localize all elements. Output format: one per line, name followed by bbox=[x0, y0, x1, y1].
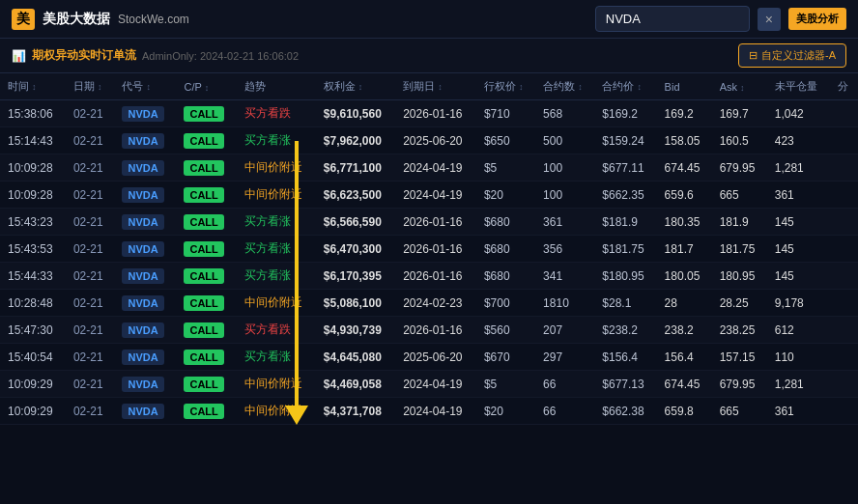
cell-contract-price: $662.35 bbox=[594, 182, 656, 209]
cell-ticker: NVDA bbox=[114, 344, 176, 371]
cell-oi: 145 bbox=[767, 209, 830, 236]
cell-cp: CALL bbox=[176, 398, 236, 425]
cell-strike: $680 bbox=[476, 263, 535, 290]
cell-date: 02-21 bbox=[66, 100, 115, 127]
cell-score bbox=[830, 263, 858, 290]
cell-trend: 中间价附近 bbox=[237, 371, 316, 398]
cell-expiry: 2025-06-20 bbox=[395, 344, 476, 371]
cell-time: 15:40:54 bbox=[0, 344, 66, 371]
cell-oi: 423 bbox=[767, 127, 830, 154]
cell-time: 15:14:43 bbox=[0, 127, 66, 154]
cell-oi: 145 bbox=[767, 236, 830, 263]
cell-strike: $650 bbox=[476, 127, 535, 154]
cell-oi: 361 bbox=[767, 398, 830, 425]
cell-expiry: 2024-02-23 bbox=[395, 290, 476, 317]
cell-ticker: NVDA bbox=[114, 371, 176, 398]
cell-bid: 156.4 bbox=[657, 344, 712, 371]
cell-expiry: 2026-01-16 bbox=[395, 317, 476, 344]
col-premium: 权利金 ↕ bbox=[316, 73, 395, 100]
subheader: 📊 期权异动实时订单流 AdminOnly: 2024-02-21 16:06:… bbox=[0, 39, 858, 73]
cell-time: 10:28:48 bbox=[0, 290, 66, 317]
cell-contract-price: $181.9 bbox=[594, 209, 656, 236]
cell-ask: 160.5 bbox=[712, 127, 767, 154]
cell-contract-price: $677.13 bbox=[594, 371, 656, 398]
cell-contract-price: $159.24 bbox=[594, 127, 656, 154]
cell-bid: 674.45 bbox=[657, 154, 712, 182]
cell-date: 02-21 bbox=[66, 236, 115, 263]
table-row: 15:40:54 02-21 NVDA CALL 买方看涨 $4,645,080… bbox=[0, 344, 858, 371]
table-container: 时间 ↕ 日期 ↕ 代号 ↕ C/P ↕ 趋势 权利金 ↕ 到期日 ↕ 行权价 … bbox=[0, 73, 858, 425]
cell-ask: 679.95 bbox=[712, 371, 767, 398]
cell-trend: 中间价附近 bbox=[237, 290, 316, 317]
cell-date: 02-21 bbox=[66, 317, 115, 344]
cell-trend: 买方看跌 bbox=[237, 100, 316, 127]
cell-ask: 181.9 bbox=[712, 209, 767, 236]
filter-label: 自定义过滤器-A bbox=[761, 48, 836, 63]
cell-premium: $6,623,500 bbox=[316, 182, 395, 209]
orders-table: 时间 ↕ 日期 ↕ 代号 ↕ C/P ↕ 趋势 权利金 ↕ 到期日 ↕ 行权价 … bbox=[0, 73, 858, 425]
cell-date: 02-21 bbox=[66, 154, 115, 182]
filter-button[interactable]: ⊟ 自定义过滤器-A bbox=[738, 43, 846, 68]
cell-cp: CALL bbox=[176, 371, 236, 398]
cell-ask: 665 bbox=[712, 398, 767, 425]
col-contract-price: 合约价 ↕ bbox=[594, 73, 656, 100]
table-header-row: 时间 ↕ 日期 ↕ 代号 ↕ C/P ↕ 趋势 权利金 ↕ 到期日 ↕ 行权价 … bbox=[0, 73, 858, 100]
cell-trend: 买方看涨 bbox=[237, 209, 316, 236]
table-row: 15:43:53 02-21 NVDA CALL 买方看涨 $6,470,300… bbox=[0, 236, 858, 263]
cell-trend: 买方看涨 bbox=[237, 344, 316, 371]
cell-ticker: NVDA bbox=[114, 317, 176, 344]
cell-ask: 679.95 bbox=[712, 154, 767, 182]
cell-oi: 145 bbox=[767, 263, 830, 290]
cell-contract-price: $169.2 bbox=[594, 100, 656, 127]
cell-ask: 181.75 bbox=[712, 236, 767, 263]
cell-contract-price: $181.75 bbox=[594, 236, 656, 263]
cell-date: 02-21 bbox=[66, 263, 115, 290]
col-score: 分 bbox=[830, 73, 858, 100]
cell-ticker: NVDA bbox=[114, 398, 176, 425]
cell-contract-price: $180.95 bbox=[594, 263, 656, 290]
cell-ask: 238.25 bbox=[712, 317, 767, 344]
logo-text: 美股大数据 bbox=[43, 11, 110, 28]
cell-premium: $4,371,708 bbox=[316, 398, 395, 425]
cell-trend: 买方看涨 bbox=[237, 127, 316, 154]
cell-contract-price: $238.2 bbox=[594, 317, 656, 344]
cell-time: 10:09:29 bbox=[0, 371, 66, 398]
cell-strike: $670 bbox=[476, 344, 535, 371]
cell-contracts: 356 bbox=[535, 236, 594, 263]
cell-bid: 180.05 bbox=[657, 263, 712, 290]
cell-contracts: 100 bbox=[535, 154, 594, 182]
cell-cp: CALL bbox=[176, 290, 236, 317]
logo-icon: 美 bbox=[12, 9, 35, 30]
cell-score bbox=[830, 182, 858, 209]
cell-premium: $6,566,590 bbox=[316, 209, 395, 236]
cell-cp: CALL bbox=[176, 127, 236, 154]
cell-premium: $9,610,560 bbox=[316, 100, 395, 127]
cell-time: 15:43:53 bbox=[0, 236, 66, 263]
cell-bid: 238.2 bbox=[657, 317, 712, 344]
cell-oi: 1,281 bbox=[767, 371, 830, 398]
cell-contract-price: $662.38 bbox=[594, 398, 656, 425]
table-row: 10:09:28 02-21 NVDA CALL 中间价附近 $6,623,50… bbox=[0, 182, 858, 209]
cell-score bbox=[830, 209, 858, 236]
cell-premium: $6,771,100 bbox=[316, 154, 395, 182]
cell-contracts: 361 bbox=[535, 209, 594, 236]
col-date: 日期 ↕ bbox=[66, 73, 115, 100]
col-trend: 趋势 bbox=[237, 73, 316, 100]
search-clear-button[interactable]: × bbox=[758, 8, 781, 31]
cell-contract-price: $156.4 bbox=[594, 344, 656, 371]
search-input[interactable] bbox=[595, 6, 750, 32]
col-oi: 未平仓量 bbox=[767, 73, 830, 100]
cell-time: 10:09:28 bbox=[0, 154, 66, 182]
cell-premium: $4,930,739 bbox=[316, 317, 395, 344]
cell-trend: 买方看跌 bbox=[237, 317, 316, 344]
cell-trend: 买方看涨 bbox=[237, 236, 316, 263]
cell-ticker: NVDA bbox=[114, 127, 176, 154]
cell-premium: $4,469,058 bbox=[316, 371, 395, 398]
user-icon-button[interactable]: 美股分析 bbox=[788, 8, 846, 30]
table-row: 10:09:28 02-21 NVDA CALL 中间价附近 $6,771,10… bbox=[0, 154, 858, 182]
cell-contracts: 100 bbox=[535, 182, 594, 209]
cell-contracts: 66 bbox=[535, 398, 594, 425]
cell-date: 02-21 bbox=[66, 209, 115, 236]
cell-ticker: NVDA bbox=[114, 209, 176, 236]
table-row: 15:14:43 02-21 NVDA CALL 买方看涨 $7,962,000… bbox=[0, 127, 858, 154]
